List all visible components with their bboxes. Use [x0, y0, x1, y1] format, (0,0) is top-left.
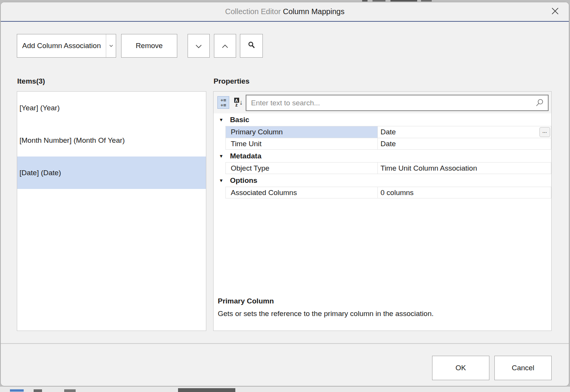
- add-dropdown-arrow-icon[interactable]: [106, 34, 116, 57]
- search-icon: [248, 41, 255, 51]
- property-row-object-type[interactable]: Object Type Time Unit Column Association: [225, 162, 551, 174]
- find-button[interactable]: [240, 34, 263, 58]
- background-fragment: [10, 389, 24, 392]
- add-column-association-label[interactable]: Add Column Association: [17, 34, 106, 57]
- cancel-button[interactable]: Cancel: [494, 356, 552, 380]
- dialog-title: Collection Editor Column Mappings: [1, 2, 569, 21]
- property-grid-toolbar: +≡ +≡ A z ↓: [214, 92, 551, 113]
- collapse-triangle-icon[interactable]: ▼: [219, 117, 223, 123]
- category-name: Options: [230, 176, 257, 185]
- remove-button-label: Remove: [136, 42, 163, 50]
- ok-button[interactable]: OK: [432, 356, 489, 380]
- property-search-input[interactable]: [246, 95, 549, 111]
- ellipsis-button[interactable]: ...: [539, 127, 550, 137]
- chevron-up-icon: [222, 42, 228, 50]
- move-up-button[interactable]: [214, 34, 236, 58]
- property-row-primary-column[interactable]: Primary Column Date ...: [225, 126, 551, 138]
- dialog-title-prefix: Collection Editor: [225, 7, 283, 16]
- list-item-selected[interactable]: [Date] (Date): [17, 156, 206, 189]
- titlebar[interactable]: Collection Editor Column Mappings: [1, 2, 569, 21]
- alphabetical-sort-button[interactable]: A z ↓: [232, 96, 245, 109]
- category-name: Metadata: [230, 152, 261, 160]
- sort-arrow-icon: ↓: [240, 98, 243, 106]
- sort-az-icon: A z: [234, 98, 239, 107]
- add-column-association-button[interactable]: Add Column Association: [17, 34, 116, 58]
- property-label[interactable]: Time Unit: [226, 138, 378, 149]
- close-button[interactable]: [547, 4, 564, 19]
- property-value[interactable]: Date: [378, 126, 551, 138]
- description-text: Gets or sets the reference to the primar…: [218, 310, 545, 318]
- categorized-icon: +≡: [220, 98, 226, 103]
- property-value[interactable]: Time Unit Column Association: [378, 163, 551, 174]
- items-header: Items(3): [17, 77, 45, 85]
- background-fragment: [362, 0, 368, 2]
- categorized-view-button[interactable]: +≡ +≡: [217, 96, 229, 109]
- background-fragment: [0, 387, 570, 392]
- remove-button[interactable]: Remove: [121, 34, 177, 58]
- property-row-associated-columns[interactable]: Associated Columns 0 columns: [225, 187, 551, 198]
- property-label[interactable]: Associated Columns: [226, 187, 378, 198]
- list-item[interactable]: [Month Number] (Month Of Year): [17, 124, 206, 156]
- category-name: Basic: [230, 116, 249, 124]
- items-list: [Year] (Year) [Month Number] (Month Of Y…: [17, 91, 206, 331]
- dialog-title-main: Column Mappings: [283, 7, 344, 16]
- property-value[interactable]: Date: [378, 138, 551, 149]
- collapse-triangle-icon[interactable]: ▼: [219, 178, 223, 183]
- list-item[interactable]: [Year] (Year): [17, 92, 206, 124]
- property-row-time-unit[interactable]: Time Unit Date: [225, 138, 551, 150]
- category-row-options[interactable]: ▼ Options: [214, 174, 551, 187]
- background-fragment: [372, 0, 385, 2]
- background-fragment: [421, 0, 432, 2]
- background-fragment: [64, 389, 76, 392]
- footer-divider: [1, 343, 569, 344]
- category-row-basic[interactable]: ▼ Basic: [214, 113, 551, 126]
- background-fragment: [178, 388, 235, 392]
- close-icon: [551, 7, 559, 17]
- property-description: Primary Column Gets or sets the referenc…: [218, 297, 545, 318]
- description-title: Primary Column: [218, 297, 545, 305]
- property-value[interactable]: 0 columns: [378, 187, 551, 198]
- collapse-triangle-icon[interactable]: ▼: [219, 153, 223, 159]
- property-grid: ▼ Basic Primary Column Date ... Time Uni…: [214, 113, 551, 198]
- collection-editor-dialog: Collection Editor Column Mappings Add Co…: [0, 2, 569, 386]
- property-label[interactable]: Object Type: [226, 163, 378, 174]
- properties-header: Properties: [214, 77, 249, 85]
- chevron-down-icon: [196, 42, 202, 50]
- background-fragment: [34, 389, 42, 392]
- property-grid-panel: +≡ +≡ A z ↓ ▼ Basic Primary Colu: [213, 91, 552, 331]
- category-row-metadata[interactable]: ▼ Metadata: [214, 150, 551, 162]
- categorized-icon: +≡: [220, 103, 226, 108]
- background-fragment: [390, 0, 417, 2]
- move-down-button[interactable]: [188, 34, 210, 58]
- property-label[interactable]: Primary Column: [226, 126, 378, 138]
- titlebar-accent-line: [1, 21, 569, 22]
- ok-button-label: OK: [455, 364, 466, 372]
- cancel-button-label: Cancel: [512, 364, 534, 372]
